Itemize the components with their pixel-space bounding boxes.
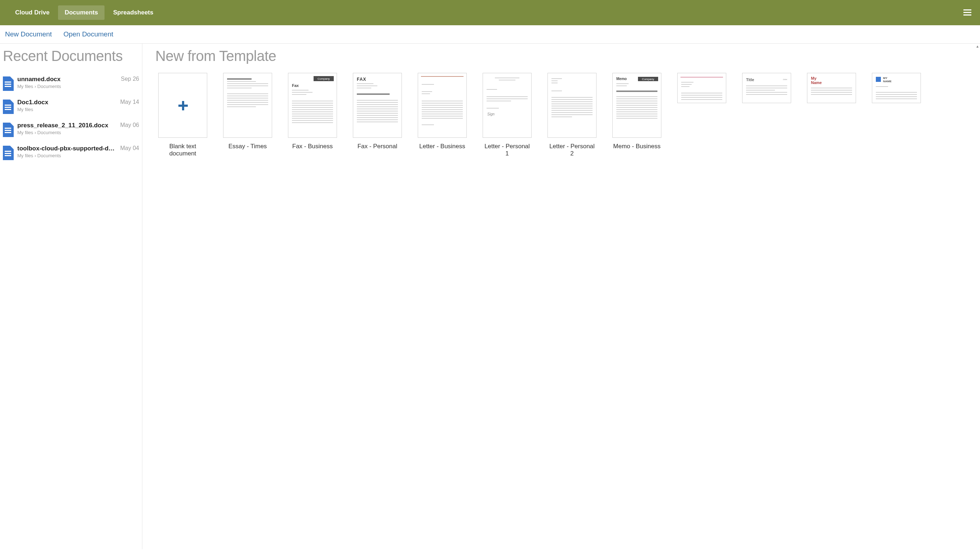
template-label: Letter - Business: [418, 143, 467, 150]
document-icon: [3, 77, 14, 91]
recent-item[interactable]: unnamed.docxMy files › DocumentsSep 26: [3, 73, 139, 96]
recent-filename: press_release_2_11_2016.docx: [17, 122, 118, 129]
new-document-link[interactable]: New Document: [5, 30, 52, 38]
template-thumbnail: MY NAME: [872, 73, 921, 103]
template-label: Essay - Times: [223, 143, 272, 150]
document-icon: [3, 100, 14, 114]
template-thumbnail: [418, 73, 467, 138]
template-partial-4[interactable]: MY NAME: [872, 73, 921, 157]
top-nav: Cloud Drive Documents Spreadsheets: [0, 0, 980, 25]
template-essay[interactable]: Essay - Times: [223, 73, 272, 157]
recent-path: My files › Documents: [17, 153, 118, 158]
template-thumbnail: My Name: [807, 73, 856, 103]
recent-path: My files › Documents: [17, 84, 118, 89]
template-letter-personal-2[interactable]: Letter - Personal 2: [547, 73, 597, 157]
document-icon: [3, 146, 14, 160]
template-label: Fax - Business: [288, 143, 337, 150]
template-thumbnail: CompanyMemo: [612, 73, 661, 138]
recent-item[interactable]: Doc1.docxMy filesMay 14: [3, 96, 139, 119]
template-partial-2[interactable]: Titledate: [742, 73, 791, 157]
templates-panel: ▲ New from Template Blank text documentE…: [142, 44, 980, 549]
recent-filename: unnamed.docx: [17, 76, 118, 83]
recent-filename: Doc1.docx: [17, 99, 118, 106]
template-partial-3[interactable]: My Name: [807, 73, 856, 157]
recent-documents-title: Recent Documents: [3, 48, 139, 64]
template-fax-personal[interactable]: FAXFax - Personal: [353, 73, 402, 157]
nav-spreadsheets[interactable]: Spreadsheets: [107, 5, 160, 20]
hamburger-icon[interactable]: [963, 8, 971, 17]
template-thumbnail: CompanyFax: [288, 73, 337, 138]
recent-path: My files › Documents: [17, 130, 118, 135]
template-partial-1[interactable]: [677, 73, 726, 157]
nav-documents[interactable]: Documents: [58, 5, 105, 20]
template-letter-business[interactable]: Letter - Business: [418, 73, 467, 157]
action-bar: New Document Open Document: [0, 25, 980, 44]
recent-date: Sep 26: [121, 76, 139, 82]
template-label: Blank text document: [158, 143, 207, 157]
open-document-link[interactable]: Open Document: [64, 30, 113, 38]
template-blank[interactable]: Blank text document: [158, 73, 207, 157]
template-thumbnail: [677, 73, 726, 103]
scroll-up-icon[interactable]: ▲: [976, 45, 979, 48]
recent-item[interactable]: toolbox-cloud-pbx-supported-d…My files ›…: [3, 142, 139, 165]
template-thumbnail: [223, 73, 272, 138]
template-thumbnail: FAX: [353, 73, 402, 138]
template-letter-personal-1[interactable]: SignLetter - Personal 1: [483, 73, 531, 157]
recent-date: May 04: [120, 145, 139, 151]
recent-filename: toolbox-cloud-pbx-supported-d…: [17, 145, 118, 152]
plus-icon: [178, 101, 187, 110]
templates-title: New from Template: [155, 48, 967, 64]
template-thumbnail: Sign: [483, 73, 531, 138]
document-icon: [3, 123, 14, 137]
recent-path: My files: [17, 107, 118, 112]
template-thumbnail: [158, 73, 207, 138]
recent-date: May 06: [120, 122, 139, 128]
template-thumbnail: Titledate: [742, 73, 791, 103]
template-thumbnail: [547, 73, 597, 138]
nav-cloud-drive[interactable]: Cloud Drive: [9, 5, 56, 20]
template-label: Fax - Personal: [353, 143, 402, 150]
template-label: Letter - Personal 1: [483, 143, 531, 157]
template-label: Memo - Business: [612, 143, 661, 150]
recent-item[interactable]: press_release_2_11_2016.docxMy files › D…: [3, 119, 139, 142]
template-label: Letter - Personal 2: [547, 143, 597, 157]
recent-date: May 14: [120, 99, 139, 105]
template-memo-business[interactable]: CompanyMemoMemo - Business: [612, 73, 661, 157]
template-fax-business[interactable]: CompanyFaxFax - Business: [288, 73, 337, 157]
recent-documents-panel: Recent Documents unnamed.docxMy files › …: [0, 44, 142, 549]
